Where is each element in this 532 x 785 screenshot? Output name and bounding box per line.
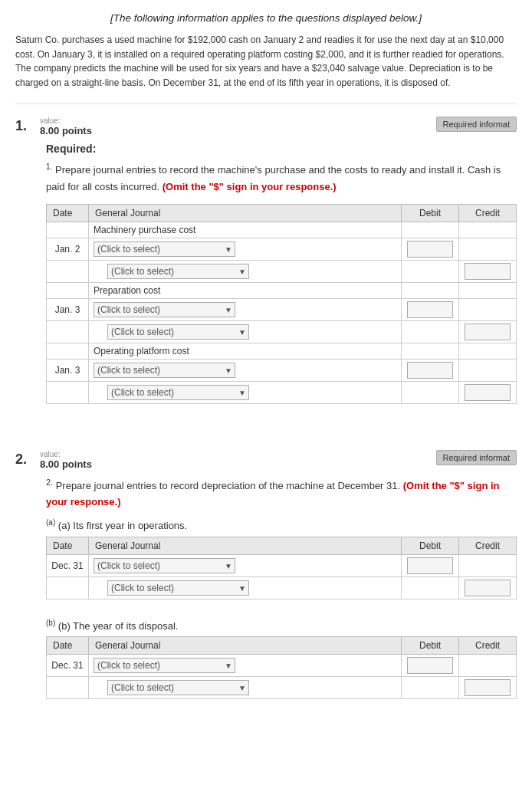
machinery-debit-row: Jan. 2 (Click to select) Cash Machinery … [47, 238, 517, 261]
part-b-label: (b) (b) The year of its disposal. [46, 619, 517, 632]
machinery-select-cell-2: (Click to select) Cash Machinery Accumul… [89, 261, 402, 283]
dep-a-select-wrapper-2[interactable]: (Click to select) Cash Machinery Accumul… [107, 580, 249, 596]
prep-credit-row: (Click to select) Cash Machinery Accumul… [47, 321, 517, 343]
col-journal-2a: General Journal [89, 537, 402, 554]
part-a-text: (a) Its first year in operations. [58, 521, 187, 532]
info-paragraph: Saturn Co. purchases a used machine for … [15, 33, 517, 90]
empty-debit-machinery [402, 222, 459, 238]
dep-b-select-cell-2: (Click to select) Cash Machinery Accumul… [89, 676, 402, 698]
q2-sup: 2. [46, 478, 53, 487]
dep-b-debit-input-1[interactable] [407, 657, 453, 674]
question-1-block: 1. value: 8.00 points Required informat … [15, 117, 517, 404]
prep-select-wrapper-1[interactable]: (Click to select) Cash Machinery Accumul… [94, 302, 235, 317]
dep-a-date-2 [47, 576, 89, 599]
table-header-row-2b: Date General Journal Debit Credit [47, 636, 517, 654]
empty-credit-machinery [459, 222, 517, 238]
required-info-button-2[interactable]: Required informat [436, 450, 517, 465]
divider-1 [15, 103, 517, 104]
machinery-credit-cell-1 [459, 238, 517, 261]
dep-b-date-1: Dec. 31 [47, 654, 89, 676]
platform-credit-cell-1 [459, 360, 517, 382]
col-debit-2b: Debit [402, 636, 459, 654]
journal-table-2b: Date General Journal Debit Credit Dec. 3… [46, 636, 517, 699]
dep-b-credit-input-2[interactable] [465, 679, 511, 696]
dep-a-select-wrapper-1[interactable]: (Click to select) Cash Machinery Accumul… [94, 558, 235, 573]
machinery-select-wrapper-1[interactable]: (Click to select) Cash Machinery Accumul… [94, 241, 235, 257]
machinery-debit-input-1[interactable] [407, 241, 453, 258]
dep-b-credit-cell-2 [459, 676, 517, 698]
prep-label: Preparation cost [89, 283, 402, 299]
platform-select-1[interactable]: (Click to select) Cash Machinery Accumul… [94, 363, 235, 378]
prep-credit-cell-2 [459, 321, 517, 343]
journal-table-2a: Date General Journal Debit Credit Dec. 3… [46, 537, 517, 599]
question-2-value-points: value: 8.00 points [40, 450, 92, 470]
part-b-text: (b) The year of its disposal. [58, 620, 179, 632]
required-label-1: Required: [46, 143, 517, 155]
section-label-row-platform: Operating platform cost [47, 343, 517, 360]
machinery-credit-row: (Click to select) Cash Machinery Accumul… [47, 261, 517, 283]
dep-a-select-cell-1: (Click to select) Cash Machinery Accumul… [89, 554, 402, 576]
prep-select-cell-1: (Click to select) Cash Machinery Accumul… [89, 299, 402, 321]
prep-debit-input-1[interactable] [407, 301, 453, 318]
dep-a-select-2[interactable]: (Click to select) Cash Machinery Accumul… [107, 580, 249, 596]
col-credit-2a: Credit [459, 537, 517, 554]
col-date-2a: Date [47, 537, 89, 554]
prep-select-2[interactable]: (Click to select) Cash Machinery Accumul… [107, 324, 249, 340]
prep-debit-row: Jan. 3 (Click to select) Cash Machinery … [47, 299, 517, 321]
machinery-date-2 [47, 261, 89, 283]
machinery-date-1: Jan. 2 [47, 238, 89, 261]
prep-select-1[interactable]: (Click to select) Cash Machinery Accumul… [94, 302, 235, 317]
empty-date-platform [47, 343, 89, 360]
dep-b-debit-cell-2 [402, 676, 459, 698]
platform-debit-row: Jan. 3 (Click to select) Cash Machinery … [47, 360, 517, 382]
platform-date-2 [47, 382, 89, 404]
empty-date-machinery [47, 222, 89, 238]
dep-a-debit-input-1[interactable] [407, 557, 453, 574]
question-1-sup: 1. [46, 163, 52, 171]
platform-select-2[interactable]: (Click to select) Cash Machinery Accumul… [107, 385, 249, 400]
question-1-red-text: (Omit the "$" sign in your response.) [163, 181, 337, 192]
prep-select-cell-2: (Click to select) Cash Machinery Accumul… [89, 321, 402, 343]
platform-select-cell-2: (Click to select) Cash Machinery Accumul… [89, 382, 402, 404]
machinery-select-wrapper-2[interactable]: (Click to select) Cash Machinery Accumul… [107, 264, 249, 279]
prep-credit-input-2[interactable] [465, 324, 511, 340]
prep-date-1: Jan. 3 [47, 299, 89, 321]
required-info-button-1[interactable]: Required informat [436, 117, 517, 132]
dep-b-select-wrapper-2[interactable]: (Click to select) Cash Machinery Accumul… [107, 680, 249, 695]
dep-a-debit-cell-1 [402, 554, 459, 576]
machinery-select-1[interactable]: (Click to select) Cash Machinery Accumul… [94, 241, 235, 257]
machinery-credit-input-2[interactable] [465, 263, 511, 280]
platform-select-wrapper-2[interactable]: (Click to select) Cash Machinery Accumul… [107, 385, 249, 400]
machinery-select-cell-1: (Click to select) Cash Machinery Accumul… [89, 238, 402, 261]
dep-a-debit-cell-2 [402, 576, 459, 599]
question-2-number: 2. [15, 452, 37, 468]
machinery-debit-cell-1 [402, 238, 459, 261]
section-label-row-machinery: Machinery purchase cost [47, 222, 517, 238]
platform-credit-input-2[interactable] [465, 384, 511, 401]
platform-debit-input-1[interactable] [407, 362, 453, 379]
part-a-label: (a) (a) Its first year in operations. [46, 518, 517, 531]
prep-debit-cell-1 [402, 299, 459, 321]
machinery-credit-cell-2 [459, 261, 517, 283]
col-credit-2b: Credit [459, 636, 517, 654]
platform-select-wrapper-1[interactable]: (Click to select) Cash Machinery Accumul… [94, 363, 235, 378]
question-1-value-points: value: 8.00 points [40, 117, 92, 136]
prep-select-wrapper-2[interactable]: (Click to select) Cash Machinery Accumul… [107, 324, 249, 340]
dep-b-debit-cell-1 [402, 654, 459, 676]
question-1-header: 1. value: 8.00 points Required informat [15, 117, 517, 136]
col-journal-1: General Journal [89, 205, 402, 222]
table-header-row-2a: Date General Journal Debit Credit [47, 537, 517, 554]
dep-b-select-2[interactable]: (Click to select) Cash Machinery Accumul… [107, 680, 249, 695]
dep-b-select-wrapper-1[interactable]: (Click to select) Cash Machinery Accumul… [94, 658, 235, 673]
question-2-points: 8.00 points [40, 458, 92, 470]
platform-debit-cell-1 [402, 360, 459, 382]
col-credit-1: Credit [459, 205, 517, 222]
prep-date-2 [47, 321, 89, 343]
dep-b-select-1[interactable]: (Click to select) Cash Machinery Accumul… [94, 658, 235, 673]
machinery-select-2[interactable]: (Click to select) Cash Machinery Accumul… [107, 264, 249, 279]
dep-a-debit-row: Dec. 31 (Click to select) Cash Machinery… [47, 554, 517, 576]
dep-a-credit-input-2[interactable] [465, 580, 511, 596]
dep-a-select-1[interactable]: (Click to select) Cash Machinery Accumul… [94, 558, 235, 573]
empty-debit-platform [402, 343, 459, 360]
machinery-debit-cell-2 [402, 261, 459, 283]
